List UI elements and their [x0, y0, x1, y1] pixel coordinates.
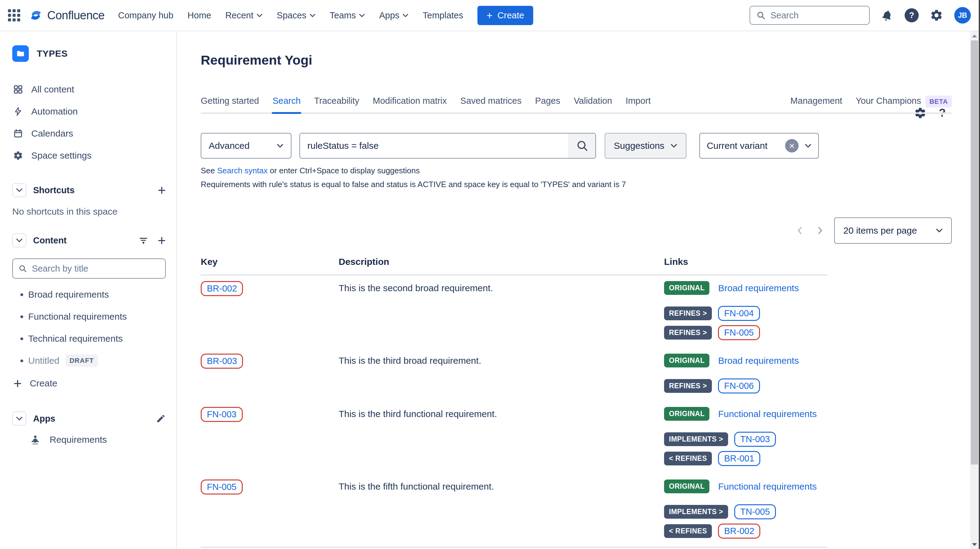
tab-traceability[interactable]: Traceability: [314, 96, 359, 106]
shortcuts-collapse-button[interactable]: [12, 183, 26, 197]
relation-target-pill[interactable]: TN-003: [734, 432, 776, 447]
content-tree-item-technical-requirements[interactable]: • Technical requirements: [12, 328, 166, 350]
tab-search[interactable]: Search: [272, 96, 301, 106]
chevron-down-icon: [359, 13, 365, 17]
tab-pages[interactable]: Pages: [535, 96, 560, 106]
origin-page-link[interactable]: Broad requirements: [718, 355, 799, 366]
clear-variant-icon[interactable]: ×: [785, 139, 799, 152]
scrollbar-thumb[interactable]: [971, 40, 978, 465]
shortcuts-section: Shortcuts + No shortcuts in this space: [12, 183, 166, 217]
search-icon: [756, 11, 765, 20]
apps-title: Apps: [33, 414, 56, 424]
relation-target-pill[interactable]: FN-005: [718, 325, 760, 340]
relation-row: IMPLEMENTS > TN-003: [664, 432, 827, 447]
nav-item-teams[interactable]: Teams: [330, 10, 365, 21]
origin-page-link[interactable]: Functional requirements: [718, 409, 817, 419]
sidebar-item-automation[interactable]: Automation: [12, 100, 166, 122]
relation-target-pill[interactable]: BR-001: [718, 451, 760, 466]
nav-item-company-hub[interactable]: Company hub: [118, 10, 173, 21]
help-icon[interactable]: ?: [905, 8, 919, 22]
apps-collapse-button[interactable]: [12, 411, 26, 425]
nav-item-home[interactable]: Home: [188, 10, 211, 21]
relation-target-pill[interactable]: TN-005: [734, 504, 776, 519]
settings-gear-icon[interactable]: [930, 9, 943, 22]
pagination: 20 items per page: [201, 217, 952, 244]
tab-modification-matrix[interactable]: Modification matrix: [372, 96, 447, 106]
tab-validation[interactable]: Validation: [574, 96, 612, 106]
relations-list: IMPLEMENTS > TN-003 < REFINES BR-001: [664, 432, 827, 466]
shortcuts-title: Shortcuts: [33, 185, 75, 195]
content-tree-item-untitled[interactable]: • Untitled DRAFT: [12, 350, 166, 372]
confluence-logo-icon: [29, 8, 43, 22]
global-search[interactable]: [749, 6, 870, 25]
run-search-button[interactable]: [568, 133, 595, 158]
sidebar-item-requirements[interactable]: Requirements: [12, 428, 166, 451]
sidebar-item-calendars[interactable]: Calendars: [12, 122, 166, 144]
create-button[interactable]: + Create: [477, 6, 533, 25]
relations-list: REFINES > FN-006: [664, 378, 827, 394]
avatar[interactable]: JB: [954, 7, 971, 24]
requirement-key-pill[interactable]: BR-003: [201, 354, 243, 369]
nav-item-recent[interactable]: Recent: [225, 10, 262, 21]
tab-import[interactable]: Import: [625, 96, 651, 106]
relation-row: < REFINES BR-001: [664, 451, 827, 466]
relation-type-badge: REFINES >: [664, 379, 712, 393]
requirement-key-pill[interactable]: FN-005: [201, 479, 243, 495]
all-content-icon: [12, 84, 24, 95]
scroll-down-icon[interactable]: [970, 540, 979, 549]
search-icon: [18, 264, 27, 273]
page-size-select[interactable]: 20 items per page: [834, 217, 952, 244]
add-content-button[interactable]: +: [158, 235, 166, 246]
nav-item-spaces[interactable]: Spaces: [277, 10, 316, 21]
search-mode-select[interactable]: Advanced: [201, 133, 291, 159]
sidebar-item-space-settings[interactable]: Space settings: [12, 144, 166, 167]
content-title: Content: [33, 235, 67, 246]
nav-item-templates[interactable]: Templates: [423, 10, 463, 21]
relation-row: REFINES > FN-004: [664, 306, 827, 321]
content-collapse-button[interactable]: [12, 233, 26, 248]
search-syntax-link[interactable]: Search syntax: [217, 166, 268, 175]
tab-management[interactable]: Management: [790, 96, 842, 106]
column-header-key: Key: [201, 257, 339, 267]
content-search[interactable]: [12, 259, 166, 279]
tab-getting-started[interactable]: Getting started: [201, 96, 259, 106]
global-search-input[interactable]: [770, 10, 863, 21]
tab-your-champions[interactable]: Your ChampionsBETA: [856, 96, 952, 106]
origin-page-link[interactable]: Broad requirements: [718, 283, 799, 294]
relation-target-pill[interactable]: FN-004: [718, 306, 760, 321]
suggestions-button[interactable]: Suggestions: [605, 133, 686, 159]
requirement-description: This is the third functional requirement…: [339, 407, 664, 466]
filter-icon[interactable]: [138, 235, 148, 245]
requirement-key-pill[interactable]: BR-002: [201, 281, 243, 296]
content-search-input[interactable]: [32, 263, 160, 274]
requirement-key-pill[interactable]: FN-003: [201, 407, 243, 422]
apps-section: Apps Requirements: [12, 411, 166, 451]
content-tree-item-broad-requirements[interactable]: • Broad requirements: [12, 284, 166, 306]
origin-page-link[interactable]: Functional requirements: [718, 481, 817, 492]
query-input[interactable]: [300, 133, 568, 158]
requirement-description: This is the fifth functional requirement…: [339, 479, 664, 539]
relation-target-pill[interactable]: BR-002: [718, 524, 760, 539]
vertical-scrollbar[interactable]: [970, 31, 979, 549]
notifications-bell-icon[interactable]: [881, 9, 894, 22]
scroll-up-icon[interactable]: [970, 31, 979, 40]
content-tree-item-functional-requirements[interactable]: • Functional requirements: [12, 306, 166, 328]
edit-pencil-icon[interactable]: [156, 414, 166, 424]
requirement-description: This is the third broad requirement.: [339, 354, 664, 394]
add-shortcut-button[interactable]: +: [158, 185, 166, 196]
tab-saved-matrices[interactable]: Saved matrices: [460, 96, 522, 106]
relation-target-pill[interactable]: FN-006: [718, 378, 760, 394]
bullet-icon: •: [15, 289, 28, 301]
app-switcher-icon[interactable]: [8, 9, 20, 21]
create-page-button[interactable]: + Create: [12, 372, 166, 395]
space-nav: All content Automation Calendars Space s…: [12, 78, 166, 167]
query-explanation: Requirements with rule's status is equal…: [201, 180, 952, 189]
nav-item-apps[interactable]: Apps: [379, 10, 409, 21]
next-page-icon[interactable]: [815, 225, 825, 236]
space-header[interactable]: TYPES: [12, 45, 166, 62]
variant-select[interactable]: Current variant ×: [699, 133, 819, 159]
sidebar-item-all-content[interactable]: All content: [12, 78, 166, 100]
confluence-logo[interactable]: Confluence: [29, 8, 105, 22]
results-rows: BR-002 This is the second broad requirem…: [201, 276, 827, 547]
prev-page-icon[interactable]: [795, 225, 805, 236]
